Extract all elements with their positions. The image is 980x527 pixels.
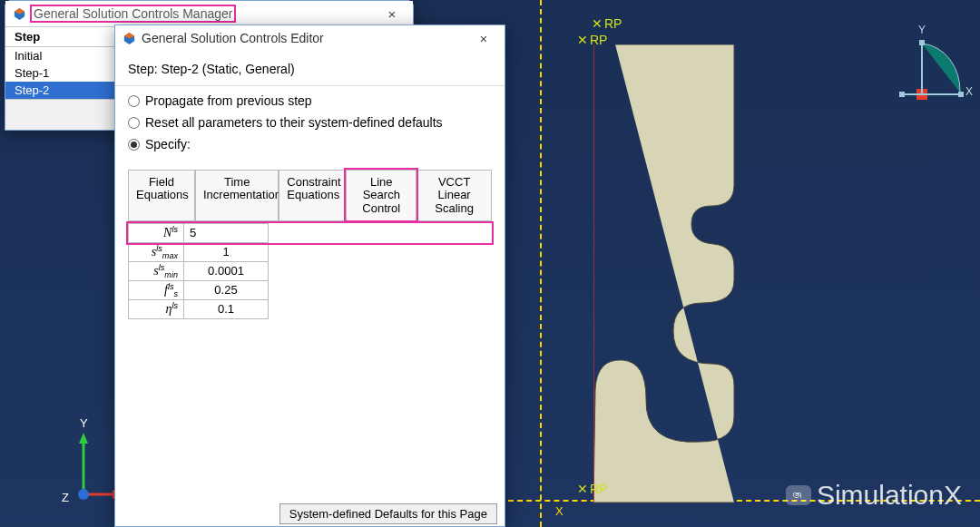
solution-controls-editor-dialog[interactable]: General Solution Controls Editor × Step:… (114, 24, 505, 527)
radio-reset[interactable]: Reset all parameters to their system-def… (128, 112, 492, 133)
tab-vcct-linear[interactable]: VCCT LinearScaling (416, 170, 492, 220)
dialog-title: General Solution Controls Manager (32, 6, 234, 21)
param-symbol: slsmin (128, 262, 184, 281)
tab-strip: FieldEquationsTimeIncrementationConstrai… (128, 170, 492, 221)
param-row: ηls0.1 (128, 300, 492, 319)
titlebar[interactable]: General Solution Controls Manager × (5, 1, 413, 26)
radio-propagate[interactable]: Propagate from previous step (128, 90, 492, 112)
svg-rect-12 (899, 92, 905, 97)
tab-constraint[interactable]: ConstraintEquations (279, 170, 346, 220)
close-icon[interactable]: × (378, 6, 406, 22)
rp-marker: ✕RP (592, 16, 622, 31)
system-defaults-button[interactable]: System-defined Defaults for this Page (279, 503, 497, 524)
tab-line-search[interactable]: Line SearchControl (346, 170, 416, 220)
dialog-title: General Solution Controls Editor (142, 31, 324, 45)
svg-rect-10 (919, 40, 925, 45)
titlebar[interactable]: General Solution Controls Editor × (115, 25, 505, 51)
radio-icon[interactable] (128, 139, 140, 151)
close-icon[interactable]: × (470, 31, 497, 46)
param-row: Nls5 (128, 223, 492, 243)
param-value[interactable]: 0.0001 (184, 262, 269, 281)
param-symbol: ηls (128, 300, 184, 319)
param-value[interactable]: 0.25 (184, 281, 269, 300)
wechat-icon: ෧ (786, 485, 811, 505)
datum-line-vertical (540, 0, 542, 527)
svg-point-5 (78, 489, 89, 500)
watermark: ෧ SimulationX (786, 480, 962, 511)
svg-marker-2 (79, 433, 88, 444)
model-part[interactable] (593, 44, 761, 504)
step-value: Step-2 (Static, General) (162, 62, 295, 76)
abaqus-icon (13, 7, 26, 21)
rp-marker: ✕RP (577, 33, 607, 47)
axis-label-x: X (555, 504, 564, 518)
step-label: Step: (128, 62, 158, 76)
radio-icon[interactable] (128, 117, 140, 129)
param-row: flss0.25 (128, 281, 492, 300)
param-row: slsmax1 (128, 243, 492, 262)
param-row: slsmin0.0001 (128, 262, 492, 281)
view-triad: Y X (895, 27, 965, 102)
param-table: Nls5slsmax1slsmin0.0001flss0.25ηls0.1 (128, 223, 492, 319)
param-value[interactable]: 5 (184, 223, 269, 243)
svg-rect-11 (958, 92, 964, 97)
coord-triad: Y X Z (74, 433, 118, 509)
radio-icon[interactable] (128, 95, 140, 107)
tab-time[interactable]: TimeIncrementation (195, 170, 279, 220)
tab-field[interactable]: FieldEquations (128, 170, 195, 220)
radio-specify[interactable]: Specify: (128, 133, 492, 155)
param-value[interactable]: 1 (184, 243, 269, 262)
abaqus-icon (122, 32, 136, 45)
param-symbol: slsmax (128, 243, 184, 262)
param-value[interactable]: 0.1 (184, 300, 269, 319)
rp-marker: ✕RP (577, 482, 607, 496)
param-symbol: flss (128, 281, 184, 300)
param-symbol: Nls (128, 223, 184, 243)
